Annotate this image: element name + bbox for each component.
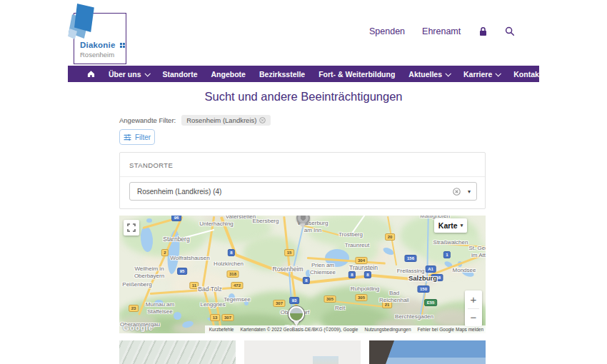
map-road-badge: 307 — [221, 314, 234, 321]
map-road-badge: 305 — [355, 294, 367, 301]
zoom-in-button[interactable]: + — [465, 290, 482, 308]
map-report-link[interactable]: Fehler bei Google Maps melden — [418, 327, 484, 332]
location-photo-thumbnail[interactable] — [369, 340, 486, 364]
nav-bezirksstelle[interactable]: Bezirksstelle — [259, 70, 305, 79]
map-type-button[interactable]: Karte ▾ — [434, 218, 467, 233]
standorte-card: STANDORTE Rosenheim (Landkreis) (4) ▾ — [119, 152, 486, 209]
chevron-down-icon — [445, 71, 451, 76]
map-road-badge: 1 — [443, 251, 451, 258]
spenden-link[interactable]: Spenden — [369, 26, 405, 36]
diakonie-cross-icon — [120, 43, 122, 45]
zoom-out-button[interactable]: − — [465, 309, 482, 327]
map-place-label: Starnberg — [163, 236, 189, 243]
page-title: Sucht und andere Beeinträchtigungen — [0, 90, 607, 103]
map-road-badge: 2 — [161, 249, 169, 256]
map-road-badge: 8 — [348, 271, 356, 278]
map-road-badge: 150 — [417, 285, 429, 293]
map-place-label: Murnau amStaffelsee — [146, 301, 174, 315]
map-marker-photo[interactable] — [289, 306, 304, 322]
map-road-badge: 93 — [289, 297, 299, 304]
map-place-label: Vaterstetten — [226, 216, 256, 221]
location-photo-thumbnail[interactable] — [119, 340, 236, 364]
map-canvas[interactable]: 9629581531811472231330730793305305203048… — [119, 216, 486, 333]
nav-ueber-uns[interactable]: Über uns — [109, 70, 149, 79]
map-road-badge: A1 — [426, 266, 436, 273]
map-place-label: Reit — [335, 305, 345, 312]
nav-standorte[interactable]: Standorte — [163, 70, 198, 79]
filter-button-label: Filter — [135, 133, 151, 141]
map-road-badge: 8 — [303, 277, 310, 284]
map-place-label: Holzkirchen — [214, 261, 244, 268]
map-place-label: Ruhpolding — [351, 285, 379, 293]
diakonie-standorte-page: Diakonie Rosenheim Spenden Ehrenamt Über… — [0, 0, 607, 364]
standorte-dropdown[interactable]: Rosenheim (Landkreis) (4) ▾ — [129, 182, 477, 201]
map-attribution: Kurzbefehle Kartendaten © 2022 GeoBasis-… — [205, 325, 486, 333]
map-fullscreen-button[interactable] — [124, 220, 139, 236]
map-road-badge: 8 — [228, 249, 235, 256]
map-road-badge: 95 — [177, 268, 187, 275]
map-data-attribution: Kartendaten © 2022 GeoBasis-DE/BKG (©200… — [240, 327, 358, 332]
chip-remove-icon[interactable] — [259, 117, 266, 123]
map-terms-link[interactable]: Nutzungsbedingungen — [364, 327, 411, 332]
map-road-badge: 156 — [404, 255, 416, 262]
map-place-label: Lenggries — [200, 301, 225, 308]
map-lake — [146, 218, 152, 223]
filter-sliders-icon — [124, 134, 131, 141]
nav-aktuelles[interactable]: Aktuelles — [408, 70, 450, 79]
map-place-label: Berchtesgaden — [395, 313, 433, 320]
diakonie-logo[interactable]: Diakonie Rosenheim — [68, 3, 132, 64]
dropdown-caret-icon: ▾ — [468, 188, 471, 195]
nav-kontakt[interactable]: Kontakt — [513, 70, 541, 79]
nav-karriere[interactable]: Karriere — [463, 70, 500, 79]
map-place-label: Tegernsee — [224, 296, 250, 303]
map-road-badge: 8 — [364, 271, 371, 278]
map-marker-gray[interactable] — [296, 216, 310, 225]
location-photo-thumbnail[interactable] — [244, 340, 361, 364]
nav-angebote[interactable]: Angebote — [211, 70, 246, 79]
fullscreen-icon — [127, 223, 136, 232]
lock-icon[interactable] — [478, 26, 488, 36]
nav-fort-weiterbildung[interactable]: Fort- & Weiterbildung — [318, 70, 395, 79]
main-nav: Über uns Standorte Angebote Bezirksstell… — [68, 66, 539, 82]
map-road-badge: 318 — [226, 271, 239, 278]
dropdown-clear-icon[interactable] — [453, 188, 461, 196]
map-place-label: Traunreut — [345, 242, 369, 249]
map-road-badge: 20 — [385, 233, 395, 241]
header-links: Spenden Ehrenamt — [369, 26, 515, 36]
marker-photo-circle — [289, 306, 304, 322]
ehrenamt-link[interactable]: Ehrenamt — [422, 26, 461, 36]
map-road-badge: 305 — [323, 295, 336, 303]
map-place-label: Trostberg — [338, 231, 363, 238]
google-logo: Google — [123, 323, 154, 332]
map-place-label: St. Geoim Att — [468, 245, 486, 258]
applied-filters-row: Angewandte Filter: Rosenheim (Landkreis) — [119, 115, 271, 126]
standorte-card-header: STANDORTE — [129, 161, 173, 169]
map-lake — [174, 312, 181, 320]
map-road-badge: E55 — [424, 299, 437, 306]
chevron-down-icon — [144, 71, 150, 76]
map-road-badge: 304 — [355, 257, 367, 264]
map-place-label: Bad Tölz — [198, 285, 221, 293]
search-icon[interactable] — [505, 26, 515, 36]
marker-pointer — [300, 223, 306, 228]
logo-title: Diakonie — [80, 41, 116, 49]
home-icon — [87, 70, 95, 78]
dropdown-value: Rosenheim (Landkreis) (4) — [130, 188, 453, 196]
map-place-label: Mondsee — [453, 267, 476, 274]
map-place-label: Traunstein — [349, 264, 378, 271]
map-road-badge: 15 — [284, 249, 294, 256]
map-road-badge: 96 — [171, 216, 181, 221]
map-place-label: Straßwalchen — [433, 239, 468, 246]
filter-chip: Rosenheim (Landkreis) — [181, 115, 271, 126]
map-place-label: Weilheim inOberbayern — [134, 266, 164, 279]
card-divider — [120, 176, 485, 177]
map-road-badge: 23 — [129, 305, 139, 312]
logo-subtitle: Rosenheim — [80, 51, 114, 59]
nav-home[interactable] — [87, 70, 95, 78]
map-shortcuts-link[interactable]: Kurzbefehle — [209, 327, 234, 332]
chevron-down-icon — [496, 71, 501, 76]
applied-filters-label: Angewandte Filter: — [119, 116, 176, 124]
filter-button[interactable]: Filter — [119, 129, 155, 145]
map-place-label: BadReichenhall — [379, 290, 409, 303]
map-road-badge: 472 — [231, 282, 243, 289]
